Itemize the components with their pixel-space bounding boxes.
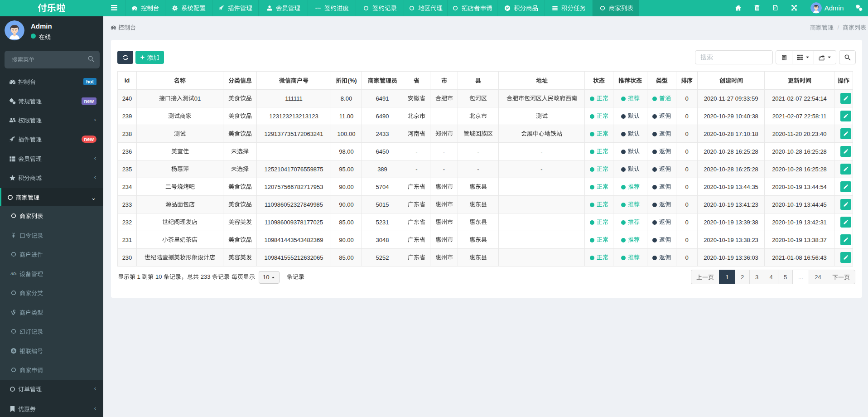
svg-text:AD: AD	[10, 272, 16, 276]
